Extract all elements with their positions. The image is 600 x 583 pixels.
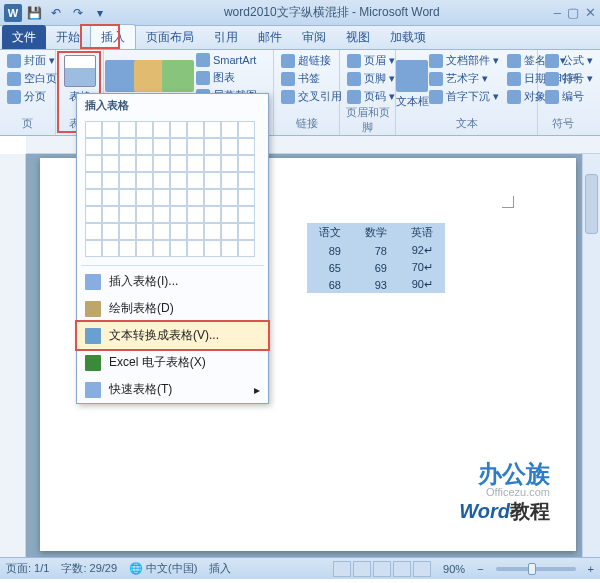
grid-cell[interactable] <box>238 121 255 138</box>
grid-cell[interactable] <box>119 138 136 155</box>
grid-cell[interactable] <box>136 155 153 172</box>
crossref-button[interactable]: 交叉引用 <box>278 88 345 105</box>
grid-cell[interactable] <box>238 240 255 257</box>
draw-table-item[interactable]: 绘制表格(D) <box>77 295 268 322</box>
tab-references[interactable]: 引用 <box>204 25 248 49</box>
scroll-thumb[interactable] <box>585 174 598 234</box>
grid-cell[interactable] <box>204 189 221 206</box>
number-button[interactable]: 编号 <box>542 88 596 105</box>
grid-cell[interactable] <box>170 172 187 189</box>
grid-cell[interactable] <box>136 121 153 138</box>
grid-cell[interactable] <box>153 189 170 206</box>
grid-cell[interactable] <box>187 223 204 240</box>
tab-mailings[interactable]: 邮件 <box>248 25 292 49</box>
grid-cell[interactable] <box>187 189 204 206</box>
grid-cell[interactable] <box>221 240 238 257</box>
grid-cell[interactable] <box>221 206 238 223</box>
draft-view[interactable] <box>413 561 431 577</box>
grid-cell[interactable] <box>102 223 119 240</box>
grid-cell[interactable] <box>102 172 119 189</box>
grid-cell[interactable] <box>85 206 102 223</box>
footer-button[interactable]: 页脚▾ <box>344 70 398 87</box>
chart-button[interactable]: 图表 <box>193 69 269 86</box>
grid-cell[interactable] <box>204 172 221 189</box>
grid-cell[interactable] <box>119 223 136 240</box>
header-button[interactable]: 页眉▾ <box>344 52 398 69</box>
grid-cell[interactable] <box>170 206 187 223</box>
grid-cell[interactable] <box>204 223 221 240</box>
grid-cell[interactable] <box>153 138 170 155</box>
grid-cell[interactable] <box>153 155 170 172</box>
grid-cell[interactable] <box>221 138 238 155</box>
grid-cell[interactable] <box>119 240 136 257</box>
equation-button[interactable]: 公式▾ <box>542 52 596 69</box>
zoom-in-button[interactable]: + <box>588 563 594 575</box>
grid-cell[interactable] <box>153 172 170 189</box>
grid-cell[interactable] <box>102 240 119 257</box>
grid-cell[interactable] <box>102 121 119 138</box>
grid-cell[interactable] <box>136 240 153 257</box>
grid-cell[interactable] <box>170 155 187 172</box>
grid-cell[interactable] <box>136 223 153 240</box>
cover-page-button[interactable]: 封面▾ <box>4 52 60 69</box>
tab-addins[interactable]: 加载项 <box>380 25 436 49</box>
blank-page-button[interactable]: 空白页 <box>4 70 60 87</box>
wordart-button[interactable]: 艺术字▾ <box>426 70 502 87</box>
selected-text-table[interactable]: 语文数学英语 897892↵ 656970↵ 689390↵ <box>307 223 445 293</box>
grid-cell[interactable] <box>221 223 238 240</box>
grid-cell[interactable] <box>221 172 238 189</box>
grid-cell[interactable] <box>170 223 187 240</box>
status-page[interactable]: 页面: 1/1 <box>6 561 49 576</box>
grid-cell[interactable] <box>204 206 221 223</box>
dropcap-button[interactable]: 首字下沉▾ <box>426 88 502 105</box>
web-view[interactable] <box>373 561 391 577</box>
grid-cell[interactable] <box>170 121 187 138</box>
grid-cell[interactable] <box>187 172 204 189</box>
grid-cell[interactable] <box>238 223 255 240</box>
convert-text-item[interactable]: 文本转换成表格(V)... <box>77 322 268 349</box>
grid-cell[interactable] <box>204 121 221 138</box>
tab-file[interactable]: 文件 <box>2 25 46 49</box>
close-button[interactable]: ✕ <box>585 5 596 20</box>
grid-cell[interactable] <box>85 155 102 172</box>
zoom-out-button[interactable]: − <box>477 563 483 575</box>
grid-cell[interactable] <box>238 155 255 172</box>
page-break-button[interactable]: 分页 <box>4 88 60 105</box>
grid-cell[interactable] <box>221 121 238 138</box>
status-words[interactable]: 字数: 29/29 <box>61 561 117 576</box>
vertical-ruler[interactable] <box>0 154 26 557</box>
grid-cell[interactable] <box>136 206 153 223</box>
grid-cell[interactable] <box>119 172 136 189</box>
grid-cell[interactable] <box>170 138 187 155</box>
grid-cell[interactable] <box>238 189 255 206</box>
grid-cell[interactable] <box>85 138 102 155</box>
grid-cell[interactable] <box>238 172 255 189</box>
grid-cell[interactable] <box>153 206 170 223</box>
grid-cell[interactable] <box>238 138 255 155</box>
grid-cell[interactable] <box>85 223 102 240</box>
grid-cell[interactable] <box>102 155 119 172</box>
tab-layout[interactable]: 页面布局 <box>136 25 204 49</box>
zoom-thumb[interactable] <box>528 563 536 575</box>
qat-more-icon[interactable]: ▾ <box>90 3 110 23</box>
table-size-grid[interactable] <box>77 117 268 263</box>
grid-cell[interactable] <box>136 172 153 189</box>
grid-cell[interactable] <box>187 138 204 155</box>
minimize-button[interactable]: – <box>554 5 561 20</box>
redo-button[interactable]: ↷ <box>68 3 88 23</box>
grid-cell[interactable] <box>85 121 102 138</box>
tab-review[interactable]: 审阅 <box>292 25 336 49</box>
pagenum-button[interactable]: 页码▾ <box>344 88 398 105</box>
zoom-level[interactable]: 90% <box>443 563 465 575</box>
hyperlink-button[interactable]: 超链接 <box>278 52 345 69</box>
word-app-icon[interactable]: W <box>4 4 22 22</box>
vertical-scrollbar[interactable] <box>582 154 600 557</box>
grid-cell[interactable] <box>119 155 136 172</box>
grid-cell[interactable] <box>85 189 102 206</box>
grid-cell[interactable] <box>221 155 238 172</box>
grid-cell[interactable] <box>187 155 204 172</box>
print-layout-view[interactable] <box>333 561 351 577</box>
grid-cell[interactable] <box>153 240 170 257</box>
outline-view[interactable] <box>393 561 411 577</box>
excel-spreadsheet-item[interactable]: Excel 电子表格(X) <box>77 349 268 376</box>
